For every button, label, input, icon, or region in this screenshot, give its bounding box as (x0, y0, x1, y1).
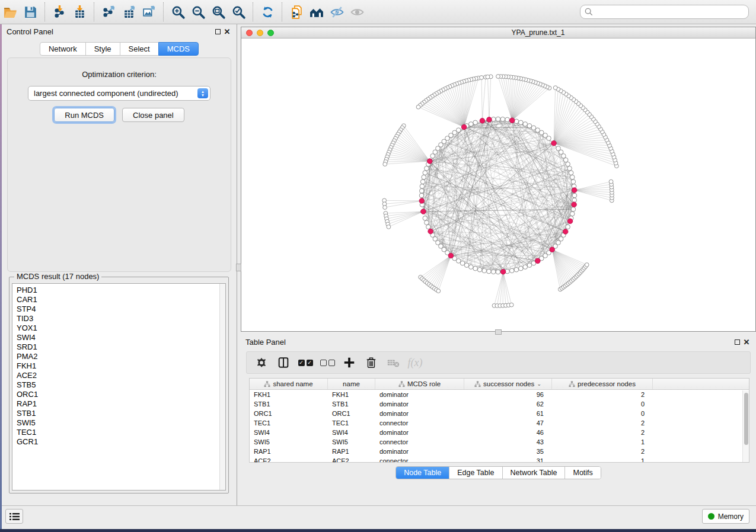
tab-motifs[interactable]: Motifs (565, 467, 600, 479)
network-node[interactable] (523, 122, 528, 127)
tab-network[interactable]: Network (40, 42, 86, 56)
network-node[interactable] (425, 166, 429, 171)
table-row[interactable]: RAP1RAP1dominator352 (250, 447, 749, 456)
mcds-hub-node[interactable] (535, 258, 541, 264)
leaf-node[interactable] (553, 86, 557, 90)
mcds-result-item[interactable]: TID3 (17, 314, 225, 323)
network-node[interactable] (420, 184, 425, 189)
window-close-icon[interactable] (246, 30, 253, 36)
add-button[interactable] (340, 354, 358, 371)
network-node[interactable] (464, 263, 469, 268)
network-node[interactable] (487, 269, 492, 274)
leaf-node[interactable] (486, 75, 490, 79)
mcds-result-item[interactable]: TEC1 (17, 428, 225, 437)
tab-select[interactable]: Select (120, 42, 159, 56)
control-panel-float-button[interactable] (213, 27, 222, 36)
leaf-node[interactable] (480, 76, 484, 80)
select-all-button[interactable]: ✓✓ (296, 354, 314, 371)
column-header-successor-nodes[interactable]: successor nodes⌄ (464, 379, 552, 389)
search-input[interactable] (580, 5, 749, 19)
mcds-result-item[interactable]: RAP1 (17, 399, 225, 409)
zoom-in-button[interactable] (168, 2, 188, 22)
network-node[interactable] (570, 175, 575, 180)
columns-button[interactable] (275, 354, 292, 371)
clone-network-button[interactable] (286, 2, 307, 22)
leaf-node[interactable] (609, 180, 613, 184)
network-node[interactable] (535, 128, 540, 133)
mcds-result-item[interactable]: PHD1 (17, 286, 225, 295)
criterion-select[interactable]: largest connected component (undirected)… (28, 86, 210, 101)
network-node[interactable] (505, 117, 510, 122)
mcds-hub-node[interactable] (567, 219, 573, 224)
network-node[interactable] (566, 225, 570, 229)
memory-button[interactable]: Memory (702, 509, 749, 524)
network-node[interactable] (426, 225, 431, 229)
table-scrollbar[interactable] (742, 390, 749, 462)
close-panel-button[interactable]: Close panel (122, 108, 184, 122)
export-network-button[interactable] (98, 2, 119, 22)
tab-network-table[interactable]: Network Table (503, 467, 566, 479)
leaf-node[interactable] (387, 225, 391, 229)
network-node[interactable] (523, 265, 528, 270)
mcds-hub-node[interactable] (550, 247, 555, 252)
network-node[interactable] (425, 220, 429, 225)
network-node[interactable] (473, 120, 478, 125)
network-node[interactable] (571, 180, 576, 184)
mcds-hub-node[interactable] (572, 188, 577, 193)
leaf-node[interactable] (509, 303, 513, 307)
network-node[interactable] (419, 193, 424, 198)
mcds-hub-node[interactable] (551, 140, 557, 146)
leaf-node[interactable] (436, 289, 441, 293)
zoom-out-button[interactable] (188, 2, 208, 22)
mcds-hub-node[interactable] (480, 118, 485, 123)
save-button[interactable] (20, 2, 40, 22)
tab-style[interactable]: Style (85, 42, 120, 56)
network-node[interactable] (473, 266, 478, 271)
delete-button[interactable] (362, 354, 380, 371)
mcds-result-item[interactable]: ORC1 (17, 390, 225, 399)
mcds-result-item[interactable]: GCR1 (17, 437, 225, 447)
network-node[interactable] (572, 193, 577, 198)
network-node[interactable] (477, 267, 482, 272)
mcds-result-item[interactable]: STB1 (17, 409, 225, 418)
mcds-hub-node[interactable] (509, 118, 515, 123)
import-network-button[interactable] (49, 2, 69, 22)
table-row[interactable]: SWI5SWI5connector431 (250, 437, 749, 447)
network-node[interactable] (566, 162, 570, 166)
network-node[interactable] (468, 122, 473, 127)
leaf-node[interactable] (496, 75, 500, 79)
open-button[interactable] (0, 2, 20, 22)
tab-mcds[interactable]: MCDS (158, 42, 199, 56)
mcds-hub-node[interactable] (563, 229, 568, 235)
mcds-hub-node[interactable] (421, 209, 426, 214)
mcds-hub-node[interactable] (427, 159, 432, 164)
deselect-all-button[interactable] (318, 354, 336, 371)
network-canvas[interactable] (241, 39, 755, 331)
mcds-result-item[interactable]: SRD1 (17, 342, 225, 352)
column-header-shared-name[interactable]: shared name (250, 379, 328, 389)
window-minimize-icon[interactable] (257, 30, 263, 36)
network-node[interactable] (519, 266, 524, 271)
mcds-result-list[interactable]: PHD1CAR1STP4TID3YOX1SWI4SRD1PMA2FKH1ACE2… (12, 283, 226, 491)
network-node[interactable] (420, 180, 425, 184)
network-node[interactable] (460, 261, 465, 265)
mcds-hub-node[interactable] (428, 229, 433, 234)
network-node[interactable] (569, 171, 573, 175)
table-row[interactable]: ORC1ORC1dominator610 (250, 409, 749, 418)
table-row[interactable]: SWI4SWI4dominator462 (250, 428, 749, 437)
task-history-button[interactable] (5, 509, 23, 524)
zoom-fit-button[interactable] (208, 2, 228, 22)
mcds-result-item[interactable]: STP4 (17, 305, 225, 314)
network-node[interactable] (491, 270, 496, 274)
mcds-result-item[interactable]: FKH1 (17, 361, 225, 371)
mcds-hub-node[interactable] (500, 269, 506, 274)
network-node[interactable] (563, 158, 568, 162)
network-node[interactable] (422, 175, 426, 180)
table-row[interactable]: STB1STB1dominator620 (250, 399, 749, 409)
leaf-node[interactable] (416, 105, 420, 109)
network-node[interactable] (496, 117, 500, 121)
network-node[interactable] (531, 126, 536, 130)
network-node[interactable] (556, 146, 561, 151)
network-node[interactable] (519, 120, 524, 125)
network-node[interactable] (419, 188, 424, 193)
